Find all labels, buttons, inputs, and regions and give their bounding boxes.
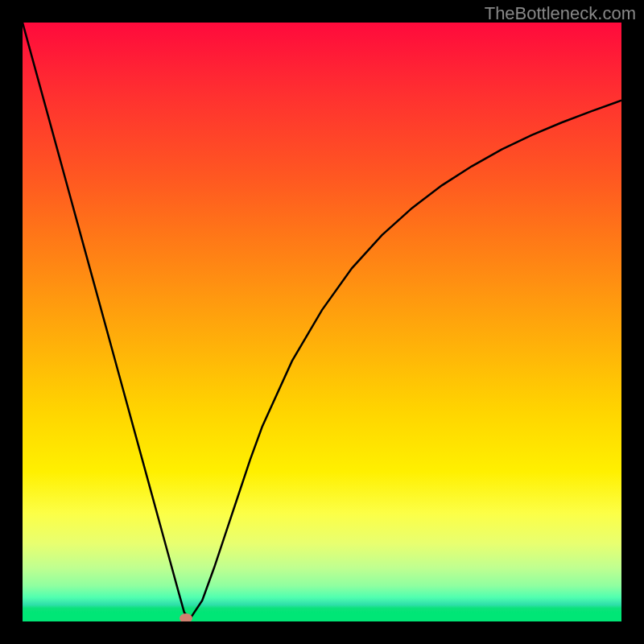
watermark-text: TheBottleneck.com — [485, 3, 636, 24]
curve-svg — [23, 23, 621, 621]
optimal-point-marker — [180, 613, 192, 621]
chart-plot-area — [23, 23, 621, 621]
bottleneck-curve — [23, 23, 621, 618]
